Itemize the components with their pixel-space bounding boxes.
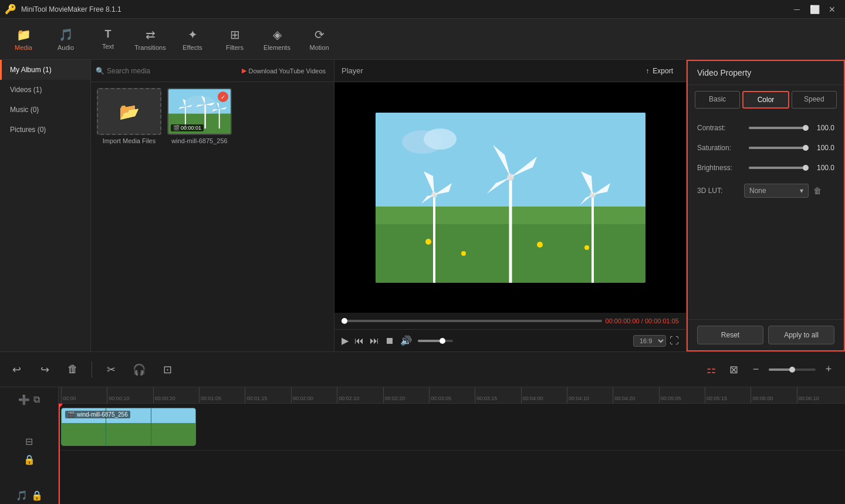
zoom-in-button[interactable]: + [819,360,838,379]
apply-to-all-button[interactable]: Apply to all [768,326,834,344]
crop-button[interactable]: ⊡ [158,360,177,379]
transitions-icon: ⇄ [146,28,156,42]
aspect-controls: 16:9 9:16 1:1 4:3 ⛶ [633,335,679,347]
toolbar-audio[interactable]: 🎵 Audio [45,21,87,58]
progress-handle[interactable] [342,318,347,324]
elements-icon: ◈ [273,28,282,42]
chevron-down-icon: ▾ [800,187,803,195]
delete-lut-button[interactable]: 🗑 [813,186,822,195]
search-input[interactable] [107,67,177,75]
contrast-label: Contrast: [697,124,744,132]
nav-music[interactable]: Music (0) [0,100,90,120]
video-clip[interactable]: 🎬 wind-mill-6875_256 [61,408,196,446]
property-tabs: Basic Color Speed [688,85,844,114]
volume-slider[interactable] [418,340,453,342]
ruler-mark-4: 00:01:15 [245,387,290,403]
timeline-tools: ⚏ ⊠ − + [702,360,838,379]
nav-pictures[interactable]: Pictures (0) [0,120,90,140]
next-frame-button[interactable]: ⏭ [370,336,379,346]
timeline-split-icon: ⚏ [702,360,721,379]
brightness-row: Brightness: 100.0 [697,164,834,172]
svg-point-21 [461,251,466,256]
video-thumb: 🎬 00:00:01 ✓ [167,88,232,135]
video-media-item[interactable]: 🎬 00:00:01 ✓ wind-mill-6875_256 [167,88,232,144]
motion-icon: ⟳ [315,28,325,42]
nav-my-album[interactable]: My Album (1) [0,60,90,80]
timeline-fit-icon: ⊠ [724,360,743,379]
fit-frame-button[interactable]: ⊟ [25,436,33,447]
toolbar-transitions[interactable]: ⇄ Transitions [129,21,171,58]
content-area: My Album (1) Videos (1) Music (0) Pictur… [0,60,845,351]
clip-label: 🎬 wind-mill-6875_256 [65,411,130,418]
stop-button[interactable]: ⏹ [385,336,394,346]
toolbar-elements[interactable]: ◈ Elements [256,21,298,58]
add-track-button[interactable]: ➕ [18,394,30,405]
zoom-handle[interactable] [789,367,795,373]
search-box[interactable]: 🔍 [96,67,234,75]
ruler-mark-8: 00:03:05 [429,387,475,403]
playback-progress[interactable] [342,320,602,322]
undo-button[interactable]: ↩ [7,360,26,379]
brightness-handle[interactable] [803,165,809,171]
saturation-label: Saturation: [697,144,744,152]
toolbar-filters[interactable]: ⊞ Filters [214,21,256,58]
svg-point-20 [425,239,431,245]
tab-basic[interactable]: Basic [695,91,740,109]
media-panel: 🔍 ▶ Download YouTube Videos 📂 Import Med… [91,60,334,351]
brightness-fill [749,167,807,169]
audio-track-controls: 🎵 🔒 [16,488,43,503]
brightness-slider[interactable] [749,167,807,169]
media-grid: 📂 Import Media Files [91,82,334,150]
reset-button[interactable]: Reset [697,326,763,344]
contrast-slider[interactable] [749,127,807,129]
saturation-handle[interactable] [803,145,809,151]
zoom-out-button[interactable]: − [746,360,765,379]
brightness-label: Brightness: [697,164,744,172]
close-button[interactable]: ✕ [824,3,840,16]
lut-select[interactable]: None ▾ [744,184,809,198]
fullscreen-button[interactable]: ⛶ [670,336,679,346]
restore-button[interactable]: ⬜ [806,3,823,16]
cut-button[interactable]: ✂ [102,360,120,379]
export-button[interactable]: ↑ Export [640,64,679,78]
media-icon: 📁 [16,28,31,42]
play-button[interactable]: ▶ [342,335,349,346]
import-media-item[interactable]: 📂 Import Media Files [97,88,161,144]
contrast-handle[interactable] [803,125,809,131]
zoom-fill [769,368,792,371]
tab-color[interactable]: Color [742,91,789,109]
toolbar-motion[interactable]: ⟳ Motion [298,21,340,58]
search-icon: 🔍 [96,67,104,75]
time-display: 00:00:00:00 / 00:00:01:05 [606,317,679,324]
ruler-marks: 00:00 00:00:10 00:00:20 00:01:05 00:01:1… [59,387,845,403]
video-cam-icon: 🎬 [173,125,180,131]
youtube-download-button[interactable]: ▶ Download YouTube Videos [238,65,330,76]
bottom-toolbar: ↩ ↪ 🗑 ✂ 🎧 ⊡ ⚏ ⊠ − + [0,351,845,387]
volume-handle[interactable] [440,338,445,344]
youtube-icon: ▶ [242,67,246,75]
saturation-slider[interactable] [749,147,807,149]
ruler-mark-15: 00:06:00 [751,387,796,403]
tab-speed[interactable]: Speed [792,91,837,109]
titlebar: 🔑 MiniTool MovieMaker Free 8.1.1 ─ ⬜ ✕ [0,0,845,19]
toolbar-filters-label: Filters [226,44,244,51]
toolbar-media[interactable]: 📁 Media [2,21,45,58]
lock-audio-button[interactable]: 🔒 [31,490,43,501]
delete-button[interactable]: 🗑 [63,360,82,379]
toolbar-text[interactable]: T Text [87,21,129,58]
saturation-fill [749,147,807,149]
timeline-add-controls: ➕ ⧉ [18,392,40,408]
toolbar-effects[interactable]: ✦ Effects [171,21,214,58]
music-icon: 🎵 [16,490,28,501]
copy-track-button[interactable]: ⧉ [33,394,40,405]
volume-icon[interactable]: 🔊 [400,335,412,346]
minimize-button[interactable]: ─ [789,3,805,16]
aspect-ratio-select[interactable]: 16:9 9:16 1:1 4:3 [633,335,666,347]
audio-detach-button[interactable]: 🎧 [130,360,148,379]
lock-video-button[interactable]: 🔒 [23,454,35,465]
nav-videos[interactable]: Videos (1) [0,80,90,100]
redo-button[interactable]: ↪ [35,360,54,379]
prev-frame-button[interactable]: ⏮ [354,336,364,346]
zoom-slider[interactable] [769,368,816,371]
timeline-tracks: 🎬 wind-mill-6875_256 [59,404,845,504]
